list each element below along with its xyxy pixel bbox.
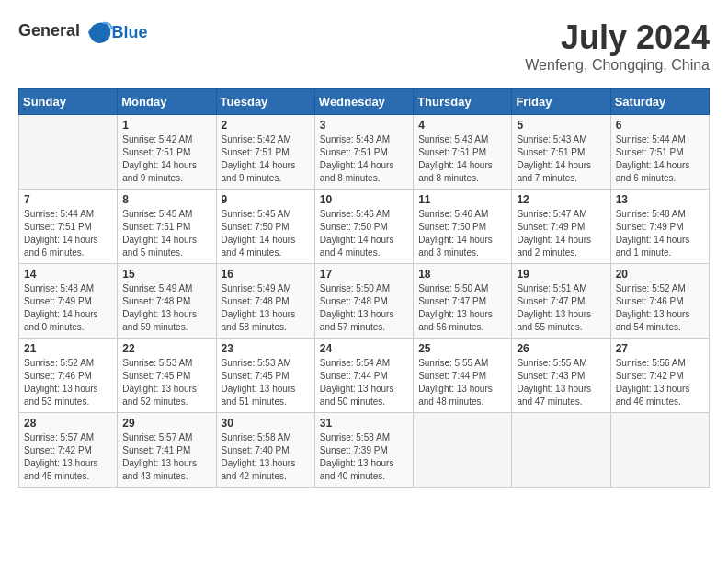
- cell-content: Sunrise: 5:58 AM Sunset: 7:39 PM Dayligh…: [320, 431, 408, 483]
- cell-content: Sunrise: 5:50 AM Sunset: 7:48 PM Dayligh…: [320, 282, 408, 334]
- day-number: 18: [418, 268, 506, 281]
- day-number: 10: [320, 193, 408, 206]
- logo-icon: [86, 18, 114, 46]
- day-number: 15: [122, 268, 210, 281]
- day-of-week-header: Wednesday: [314, 89, 413, 115]
- day-number: 27: [616, 342, 704, 355]
- day-of-week-header: Saturday: [610, 89, 709, 115]
- cell-content: Sunrise: 5:53 AM Sunset: 7:45 PM Dayligh…: [122, 357, 210, 408]
- cell-content: Sunrise: 5:46 AM Sunset: 7:50 PM Dayligh…: [418, 208, 506, 259]
- calendar-cell: 31Sunrise: 5:58 AM Sunset: 7:39 PM Dayli…: [314, 413, 413, 488]
- day-number: 16: [222, 268, 310, 281]
- calendar-week-row: 28Sunrise: 5:57 AM Sunset: 7:42 PM Dayli…: [19, 413, 710, 488]
- day-of-week-header: Tuesday: [216, 89, 314, 115]
- calendar-cell: 8Sunrise: 5:45 AM Sunset: 7:51 PM Daylig…: [118, 190, 216, 264]
- day-number: 22: [122, 342, 210, 355]
- calendar-cell: 23Sunrise: 5:53 AM Sunset: 7:45 PM Dayli…: [216, 339, 314, 413]
- page-header: General Blue July 2024 Wenfeng, Chongqin…: [18, 18, 710, 74]
- cell-content: Sunrise: 5:42 AM Sunset: 7:51 PM Dayligh…: [222, 133, 310, 185]
- cell-content: Sunrise: 5:50 AM Sunset: 7:47 PM Dayligh…: [418, 282, 506, 334]
- calendar-cell: 18Sunrise: 5:50 AM Sunset: 7:47 PM Dayli…: [414, 264, 512, 339]
- cell-content: Sunrise: 5:56 AM Sunset: 7:42 PM Dayligh…: [616, 357, 704, 408]
- calendar-cell: 24Sunrise: 5:54 AM Sunset: 7:44 PM Dayli…: [314, 339, 413, 413]
- day-number: 20: [616, 268, 704, 281]
- month-year-title: July 2024: [525, 18, 710, 57]
- title-block: July 2024 Wenfeng, Chongqing, China: [525, 18, 710, 74]
- cell-content: Sunrise: 5:55 AM Sunset: 7:44 PM Dayligh…: [418, 357, 506, 408]
- calendar-cell: 6Sunrise: 5:44 AM Sunset: 7:51 PM Daylig…: [610, 115, 709, 190]
- day-number: 8: [122, 193, 210, 206]
- calendar-cell: 21Sunrise: 5:52 AM Sunset: 7:46 PM Dayli…: [19, 339, 118, 413]
- cell-content: Sunrise: 5:51 AM Sunset: 7:47 PM Dayligh…: [517, 282, 605, 334]
- cell-content: Sunrise: 5:44 AM Sunset: 7:51 PM Dayligh…: [616, 133, 704, 185]
- cell-content: Sunrise: 5:44 AM Sunset: 7:51 PM Dayligh…: [24, 208, 112, 259]
- cell-content: Sunrise: 5:49 AM Sunset: 7:48 PM Dayligh…: [122, 282, 210, 334]
- calendar-cell: [512, 413, 610, 488]
- day-number: 13: [616, 193, 704, 206]
- calendar-cell: 13Sunrise: 5:48 AM Sunset: 7:49 PM Dayli…: [610, 190, 709, 264]
- day-number: 28: [24, 417, 112, 430]
- cell-content: Sunrise: 5:43 AM Sunset: 7:51 PM Dayligh…: [320, 133, 408, 185]
- day-number: 1: [122, 119, 210, 132]
- day-number: 29: [122, 417, 210, 430]
- day-of-week-header: Sunday: [19, 89, 118, 115]
- calendar-cell: 10Sunrise: 5:46 AM Sunset: 7:50 PM Dayli…: [314, 190, 413, 264]
- location-subtitle: Wenfeng, Chongqing, China: [525, 57, 710, 74]
- cell-content: Sunrise: 5:46 AM Sunset: 7:50 PM Dayligh…: [320, 208, 408, 259]
- calendar-cell: 26Sunrise: 5:55 AM Sunset: 7:43 PM Dayli…: [512, 339, 610, 413]
- cell-content: Sunrise: 5:49 AM Sunset: 7:48 PM Dayligh…: [222, 282, 310, 334]
- cell-content: Sunrise: 5:55 AM Sunset: 7:43 PM Dayligh…: [517, 357, 605, 408]
- cell-content: Sunrise: 5:57 AM Sunset: 7:41 PM Dayligh…: [122, 431, 210, 483]
- day-number: 30: [222, 417, 310, 430]
- calendar-cell: [414, 413, 512, 488]
- calendar-cell: 30Sunrise: 5:58 AM Sunset: 7:40 PM Dayli…: [216, 413, 314, 488]
- cell-content: Sunrise: 5:43 AM Sunset: 7:51 PM Dayligh…: [418, 133, 506, 185]
- logo-blue: Blue: [112, 23, 148, 42]
- day-of-week-header: Monday: [118, 89, 216, 115]
- calendar-cell: 12Sunrise: 5:47 AM Sunset: 7:49 PM Dayli…: [512, 190, 610, 264]
- cell-content: Sunrise: 5:52 AM Sunset: 7:46 PM Dayligh…: [616, 282, 704, 334]
- cell-content: Sunrise: 5:45 AM Sunset: 7:51 PM Dayligh…: [122, 208, 210, 259]
- calendar-cell: 2Sunrise: 5:42 AM Sunset: 7:51 PM Daylig…: [216, 115, 314, 190]
- day-number: 4: [418, 119, 506, 132]
- day-number: 5: [517, 119, 605, 132]
- day-number: 31: [320, 417, 408, 430]
- calendar-cell: 7Sunrise: 5:44 AM Sunset: 7:51 PM Daylig…: [19, 190, 118, 264]
- calendar-cell: 15Sunrise: 5:49 AM Sunset: 7:48 PM Dayli…: [118, 264, 216, 339]
- day-number: 12: [517, 193, 605, 206]
- day-number: 21: [24, 342, 112, 355]
- cell-content: Sunrise: 5:45 AM Sunset: 7:50 PM Dayligh…: [222, 208, 310, 259]
- cell-content: Sunrise: 5:57 AM Sunset: 7:42 PM Dayligh…: [24, 431, 112, 483]
- calendar-cell: 14Sunrise: 5:48 AM Sunset: 7:49 PM Dayli…: [19, 264, 118, 339]
- calendar-cell: 20Sunrise: 5:52 AM Sunset: 7:46 PM Dayli…: [610, 264, 709, 339]
- day-number: 9: [222, 193, 310, 206]
- calendar-cell: 1Sunrise: 5:42 AM Sunset: 7:51 PM Daylig…: [118, 115, 216, 190]
- day-number: 6: [616, 119, 704, 132]
- calendar-cell: 29Sunrise: 5:57 AM Sunset: 7:41 PM Dayli…: [118, 413, 216, 488]
- day-number: 11: [418, 193, 506, 206]
- day-number: 19: [517, 268, 605, 281]
- calendar-week-row: 7Sunrise: 5:44 AM Sunset: 7:51 PM Daylig…: [19, 190, 710, 264]
- calendar-cell: 17Sunrise: 5:50 AM Sunset: 7:48 PM Dayli…: [314, 264, 413, 339]
- cell-content: Sunrise: 5:48 AM Sunset: 7:49 PM Dayligh…: [24, 282, 112, 334]
- calendar-table: SundayMondayTuesdayWednesdayThursdayFrid…: [18, 88, 710, 488]
- calendar-cell: 11Sunrise: 5:46 AM Sunset: 7:50 PM Dayli…: [414, 190, 512, 264]
- day-number: 23: [222, 342, 310, 355]
- calendar-cell: 5Sunrise: 5:43 AM Sunset: 7:51 PM Daylig…: [512, 115, 610, 190]
- calendar-cell: 9Sunrise: 5:45 AM Sunset: 7:50 PM Daylig…: [216, 190, 314, 264]
- cell-content: Sunrise: 5:58 AM Sunset: 7:40 PM Dayligh…: [222, 431, 310, 483]
- calendar-cell: 22Sunrise: 5:53 AM Sunset: 7:45 PM Dayli…: [118, 339, 216, 413]
- cell-content: Sunrise: 5:52 AM Sunset: 7:46 PM Dayligh…: [24, 357, 112, 408]
- day-of-week-header: Thursday: [414, 89, 512, 115]
- calendar-cell: 27Sunrise: 5:56 AM Sunset: 7:42 PM Dayli…: [610, 339, 709, 413]
- day-of-week-header: Friday: [512, 89, 610, 115]
- cell-content: Sunrise: 5:47 AM Sunset: 7:49 PM Dayligh…: [517, 208, 605, 259]
- cell-content: Sunrise: 5:53 AM Sunset: 7:45 PM Dayligh…: [222, 357, 310, 408]
- logo: General Blue: [18, 18, 148, 46]
- calendar-cell: 3Sunrise: 5:43 AM Sunset: 7:51 PM Daylig…: [314, 115, 413, 190]
- day-number: 26: [517, 342, 605, 355]
- calendar-cell: 28Sunrise: 5:57 AM Sunset: 7:42 PM Dayli…: [19, 413, 118, 488]
- cell-content: Sunrise: 5:48 AM Sunset: 7:49 PM Dayligh…: [616, 208, 704, 259]
- calendar-cell: 4Sunrise: 5:43 AM Sunset: 7:51 PM Daylig…: [414, 115, 512, 190]
- calendar-cell: 25Sunrise: 5:55 AM Sunset: 7:44 PM Dayli…: [414, 339, 512, 413]
